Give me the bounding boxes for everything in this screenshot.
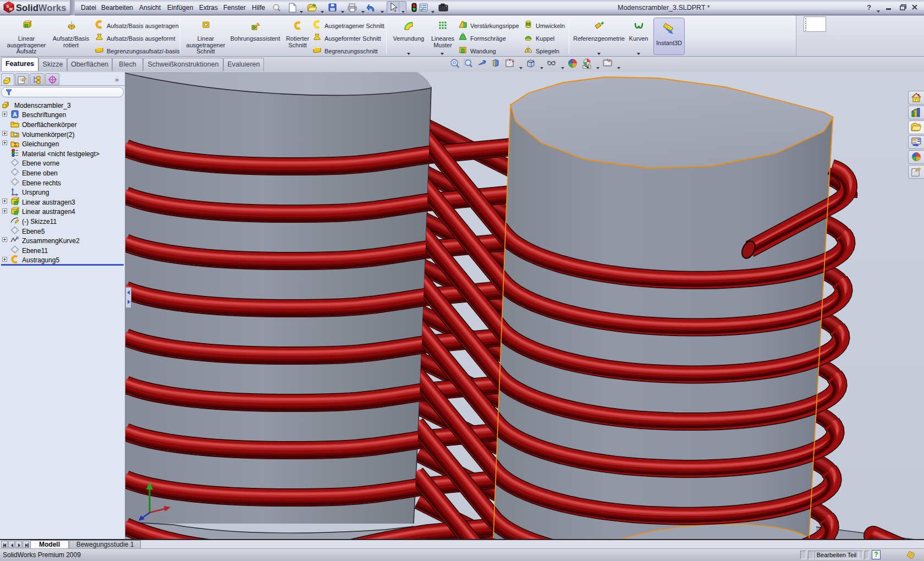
svg-text:A: A [13, 111, 17, 117]
svg-text:Σ: Σ [14, 142, 17, 147]
svg-text:W: W [9, 7, 13, 11]
